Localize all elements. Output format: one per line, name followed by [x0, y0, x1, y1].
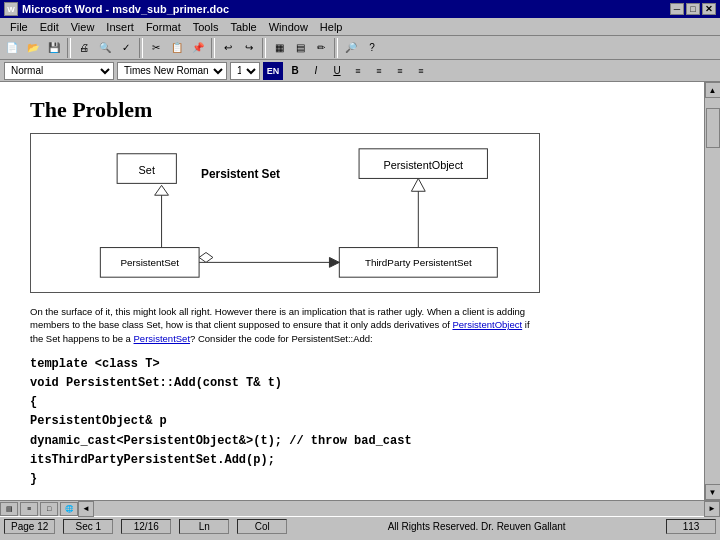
title-bar-left: W Microsoft Word - msdv_sub_primer.doc — [4, 2, 229, 16]
align-justify-button[interactable]: ≡ — [412, 62, 430, 80]
bold-button[interactable]: B — [286, 62, 304, 80]
svg-marker-6 — [155, 185, 169, 195]
menu-format[interactable]: Format — [140, 20, 187, 34]
minimize-button[interactable]: ─ — [670, 3, 684, 15]
svg-text:PersistentObject: PersistentObject — [383, 159, 463, 171]
new-button[interactable]: 📄 — [2, 38, 22, 58]
title-bar-controls: ─ □ ✕ — [670, 3, 716, 15]
svg-text:PersistentSet: PersistentSet — [120, 257, 179, 268]
table-button[interactable]: ▦ — [269, 38, 289, 58]
align-left-button[interactable]: ≡ — [349, 62, 367, 80]
scroll-thumb[interactable] — [706, 108, 720, 148]
normal-view-button[interactable]: ▤ — [0, 502, 18, 516]
style-select[interactable]: Normal — [4, 62, 114, 80]
page-view-button[interactable]: □ — [40, 502, 58, 516]
svg-marker-12 — [411, 178, 425, 191]
hscroll-track[interactable] — [94, 502, 704, 516]
preview-button[interactable]: 🔍 — [95, 38, 115, 58]
scroll-track[interactable] — [706, 98, 720, 484]
italic-button[interactable]: I — [307, 62, 325, 80]
scroll-left-button[interactable]: ◄ — [78, 501, 94, 517]
columns-button[interactable]: ▤ — [290, 38, 310, 58]
code-line-6: itsThirdPartyPersistentSet.Add(p); — [30, 451, 674, 470]
menu-file[interactable]: File — [4, 20, 34, 34]
view-buttons: ▤ ≡ □ 🌐 — [0, 502, 78, 516]
status-bar: Page 12 Sec 1 12/16 Ln Col All Rights Re… — [0, 516, 720, 536]
menu-edit[interactable]: Edit — [34, 20, 65, 34]
redo-button[interactable]: ↪ — [239, 38, 259, 58]
menu-help[interactable]: Help — [314, 20, 349, 34]
page-status: Page 12 — [4, 519, 55, 534]
size-select[interactable]: 10 — [230, 62, 260, 80]
menu-tools[interactable]: Tools — [187, 20, 225, 34]
open-button[interactable]: 📂 — [23, 38, 43, 58]
help-icon[interactable]: ? — [362, 38, 382, 58]
copyright-text: All Rights Reserved. Dr. Reuven Gallant — [295, 521, 658, 532]
menu-view[interactable]: View — [65, 20, 101, 34]
menu-table[interactable]: Table — [224, 20, 262, 34]
code-line-2: void PersistentSet::Add(const T& t) — [30, 374, 674, 393]
undo-button[interactable]: ↩ — [218, 38, 238, 58]
document-body[interactable]: The Problem Set PersistentObject Persist… — [0, 82, 704, 500]
separator3 — [211, 38, 215, 58]
position-status: 12/16 — [121, 519, 171, 534]
ln-status: Ln — [179, 519, 229, 534]
print-button[interactable]: 🖨 — [74, 38, 94, 58]
link-persistent-object[interactable]: PersistentObject — [452, 319, 522, 330]
code-line-5: dynamic_cast<PersistentObject&>(t); // t… — [30, 432, 674, 451]
code-line-1: template <class T> — [30, 355, 674, 374]
spell-button[interactable]: ✓ — [116, 38, 136, 58]
web-view-button[interactable]: 🌐 — [60, 502, 78, 516]
separator4 — [262, 38, 266, 58]
link-persistent-set[interactable]: PersistentSet — [134, 333, 191, 344]
body-text: On the surface of it, this might look al… — [30, 305, 540, 345]
svg-text:ThirdParty PersistentSet: ThirdParty PersistentSet — [365, 257, 472, 268]
menu-window[interactable]: Window — [263, 20, 314, 34]
col-status: Col — [237, 519, 287, 534]
separator5 — [334, 38, 338, 58]
vertical-scrollbar[interactable]: ▲ ▼ — [704, 82, 720, 500]
language-button[interactable]: EN — [263, 62, 283, 80]
toolbar1: 📄 📂 💾 🖨 🔍 ✓ ✂ 📋 📌 ↩ ↪ ▦ ▤ ✏ 🔎 ? — [0, 36, 720, 60]
code-line-7: } — [30, 470, 674, 489]
scroll-down-button[interactable]: ▼ — [705, 484, 721, 500]
code-line-3: { — [30, 393, 674, 412]
svg-text:Persistent Set: Persistent Set — [201, 167, 280, 181]
paste-button[interactable]: 📌 — [188, 38, 208, 58]
title-bar: W Microsoft Word - msdv_sub_primer.doc ─… — [0, 0, 720, 18]
maximize-button[interactable]: □ — [686, 3, 700, 15]
close-button[interactable]: ✕ — [702, 3, 716, 15]
draw-button[interactable]: ✏ — [311, 38, 331, 58]
separator2 — [139, 38, 143, 58]
menu-bar: File Edit View Insert Format Tools Table… — [0, 18, 720, 36]
align-center-button[interactable]: ≡ — [370, 62, 388, 80]
uml-diagram: Set PersistentObject Persistent Set Pers… — [30, 133, 540, 293]
svg-marker-15 — [329, 257, 339, 267]
document-container: The Problem Set PersistentObject Persist… — [0, 82, 720, 500]
copy-button[interactable]: 📋 — [167, 38, 187, 58]
align-right-button[interactable]: ≡ — [391, 62, 409, 80]
format-bar: Normal Times New Roman 10 EN B I U ≡ ≡ ≡… — [0, 60, 720, 82]
code-line-4: PersistentObject& p — [30, 412, 674, 431]
app-icon: W — [4, 2, 18, 16]
scroll-up-button[interactable]: ▲ — [705, 82, 721, 98]
scroll-right-button[interactable]: ► — [704, 501, 720, 517]
font-select[interactable]: Times New Roman — [117, 62, 227, 80]
svg-marker-14 — [199, 253, 213, 263]
cut-button[interactable]: ✂ — [146, 38, 166, 58]
page-number-status: 113 — [666, 519, 716, 534]
outline-view-button[interactable]: ≡ — [20, 502, 38, 516]
document-title: The Problem — [30, 97, 674, 123]
code-block: template <class T> void PersistentSet::A… — [30, 355, 674, 489]
window-title: Microsoft Word - msdv_sub_primer.doc — [22, 3, 229, 15]
save-button[interactable]: 💾 — [44, 38, 64, 58]
menu-insert[interactable]: Insert — [100, 20, 140, 34]
separator1 — [67, 38, 71, 58]
underline-button[interactable]: U — [328, 62, 346, 80]
horizontal-scrollbar: ▤ ≡ □ 🌐 ◄ ► — [0, 500, 720, 516]
zoom-button[interactable]: 🔎 — [341, 38, 361, 58]
sec-status: Sec 1 — [63, 519, 113, 534]
svg-text:Set: Set — [139, 164, 155, 176]
